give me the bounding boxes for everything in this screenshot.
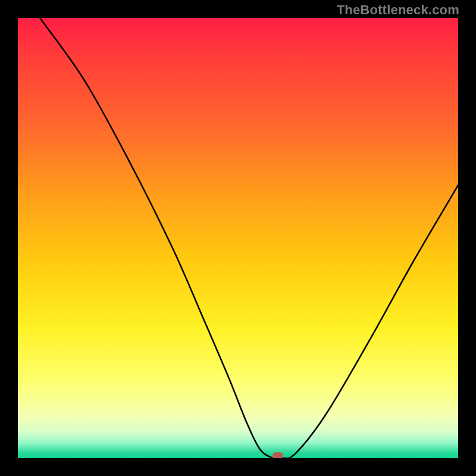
watermark-text: TheBottleneck.com [337, 2, 459, 18]
plot-area [18, 18, 458, 458]
bottleneck-curve [40, 18, 458, 458]
chart-frame: TheBottleneck.com [0, 0, 476, 476]
curve-layer [18, 18, 458, 458]
optimal-point-marker [273, 452, 283, 458]
